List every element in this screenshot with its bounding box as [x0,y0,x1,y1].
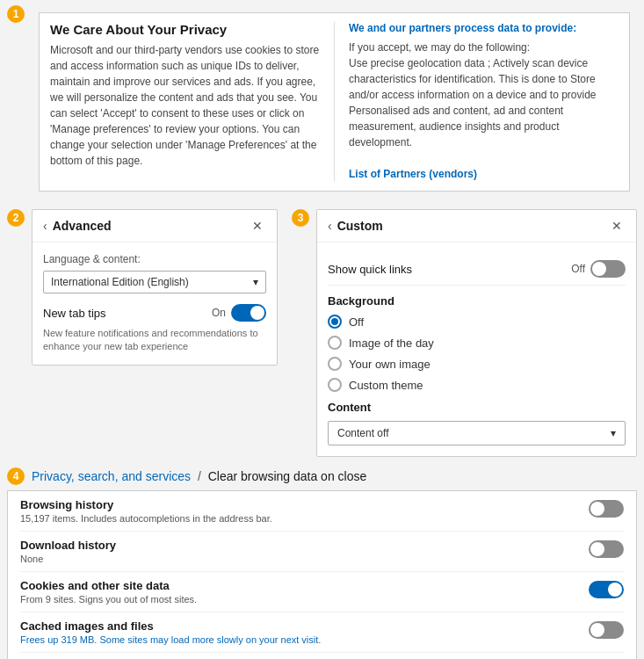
advanced-panel-header: ‹ Advanced ✕ [33,210,277,243]
radio-off-circle [328,315,342,329]
content-heading: Content [328,401,626,414]
breadcrumb-separator: / [198,469,205,483]
radio-ownimage-label: Your own image [349,358,431,371]
row-toggle[interactable] [589,621,624,639]
privacy-right-title: We and our partners process data to prov… [349,22,619,34]
newtab-on-label: On [212,307,226,319]
custom-panel-body: Show quick links Off Background Off [317,243,636,456]
radio-ownimage-circle [328,357,342,371]
newtab-tips-row: New tab tips On [43,304,266,322]
table-row: Cached images and files Frees up 319 MB.… [20,612,624,653]
radio-imageday-circle [328,336,342,350]
privacy-body: Microsoft and our third-party vendors us… [50,42,320,169]
table-row: Download history None [20,532,624,572]
background-radio-group: Off Image of the day Your own image Cust… [328,315,626,392]
page-name: Clear browsing data on close [208,469,367,483]
quicklinks-row: Show quick links Off [328,253,626,286]
row-info: Browsing history 15,197 items. Includes … [20,498,578,524]
language-dropdown[interactable]: International Edition (English) ▾ [43,271,266,293]
row-name: Cookies and other site data [20,579,578,592]
row-toggle[interactable] [589,500,624,518]
newtab-toggle[interactable] [231,304,266,322]
row-name: Download history [20,539,578,552]
advanced-panel-header-left: ‹ Advanced [43,219,112,233]
row-toggle[interactable] [589,540,624,558]
advanced-back-icon[interactable]: ‹ [43,219,47,233]
row-toggle[interactable] [589,581,624,598]
advanced-panel: ‹ Advanced ✕ Language & content: Interna… [32,209,278,366]
radio-image-of-day[interactable]: Image of the day [328,336,626,350]
privacy-search-link[interactable]: Privacy, search, and services [32,469,191,483]
table-row: Passwords 9 passwords for some.com, exam… [20,653,624,659]
custom-panel-header-left: ‹ Custom [328,219,383,233]
radio-imageday-label: Image of the day [349,337,434,350]
section4-content: Browsing history 15,197 items. Includes … [7,490,637,659]
content-dropdown[interactable]: Content off ▾ [328,421,626,445]
custom-back-icon[interactable]: ‹ [328,219,332,233]
partners-link[interactable]: List of Partners (vendors) [349,168,477,180]
row-desc: Frees up 319 MB. Some sites may load mor… [20,634,578,645]
badge-2: 2 [7,209,25,227]
section4-title: Privacy, search, and services / Clear br… [32,469,366,483]
row-name: Cached images and files [20,619,578,633]
radio-off-dot [331,318,338,325]
row-desc: 15,197 items. Includes autocompletions i… [20,513,578,524]
radio-customtheme-label: Custom theme [349,379,423,392]
row-desc: From 9 sites. Signs you out of most site… [20,594,578,605]
radio-customtheme-circle [328,378,342,392]
newtab-desc: New feature notifications and recommenda… [43,327,266,354]
language-label: Language & content: [43,253,266,265]
row-desc: None [20,554,578,564]
privacy-banner: We Care About Your Privacy Microsoft and… [39,12,630,192]
privacy-left-col: We Care About Your Privacy Microsoft and… [50,22,320,182]
newtab-tips-label: New tab tips [43,307,106,320]
badge-4: 4 [7,467,25,485]
custom-panel-header: ‹ Custom ✕ [317,210,636,243]
custom-close-button[interactable]: ✕ [608,217,626,235]
quicklinks-off-label: Off [571,263,585,275]
privacy-right-col: We and our partners process data to prov… [334,22,619,182]
quicklinks-toggle[interactable] [590,260,626,278]
privacy-title: We Care About Your Privacy [50,22,320,37]
content-dropdown-chevron-icon: ▾ [611,427,616,439]
radio-own-image[interactable]: Your own image [328,357,626,371]
quicklinks-label: Show quick links [328,263,412,276]
badge-1: 1 [7,5,25,23]
custom-panel-title: Custom [337,219,383,233]
radio-off[interactable]: Off [328,315,626,329]
row-name: Browsing history [20,498,578,511]
table-row: Browsing history 15,197 items. Includes … [20,491,624,532]
section4-wrapper: 4 Privacy, search, and services / Clear … [0,462,644,659]
section4-header: 4 Privacy, search, and services / Clear … [7,462,637,490]
background-heading: Background [328,294,626,308]
dropdown-chevron-icon: ▾ [253,276,258,288]
advanced-panel-body: Language & content: International Editio… [33,243,277,365]
badge-3: 3 [292,209,309,227]
language-value: International Edition (English) [51,276,189,288]
radio-off-label: Off [349,315,364,329]
row-info: Download history None [20,539,578,564]
advanced-panel-title: Advanced [53,219,112,233]
custom-panel: ‹ Custom ✕ Show quick links Off Backgrou… [316,209,637,457]
privacy-right-body: If you accept, we may do the following: … [349,40,619,182]
radio-custom-theme[interactable]: Custom theme [328,378,626,392]
row-info: Cookies and other site data From 9 sites… [20,579,578,605]
quicklinks-toggle-group: Off [571,260,626,278]
advanced-close-button[interactable]: ✕ [249,217,266,235]
table-row: Cookies and other site data From 9 sites… [20,572,624,612]
content-dropdown-value: Content off [337,427,389,439]
row-info: Cached images and files Frees up 319 MB.… [20,619,578,645]
